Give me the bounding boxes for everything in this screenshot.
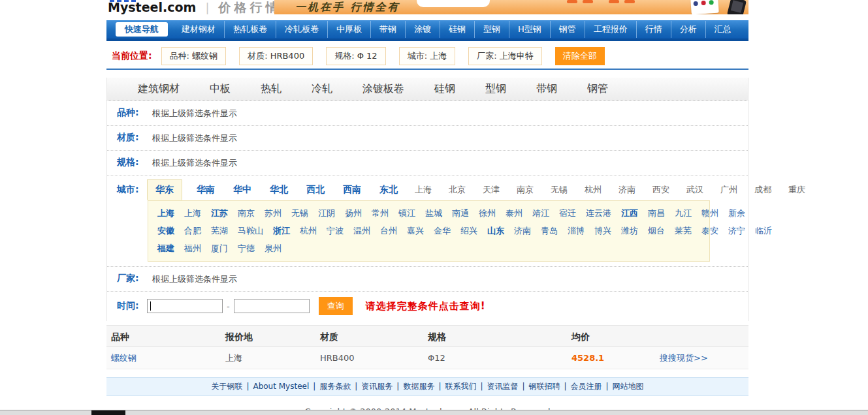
category-tab[interactable]: 涂镀板卷 [362,82,404,96]
nav-item[interactable]: 行情 [637,21,671,38]
city-link[interactable]: 泰安 [701,226,718,236]
city-link[interactable]: 福州 [184,243,201,253]
city-link[interactable]: 马鞍山 [238,226,263,236]
city-link[interactable]: 重庆 [788,184,805,196]
city-link[interactable]: 宁波 [327,226,344,236]
nav-item[interactable]: 硅钢 [440,21,475,38]
city-link[interactable]: 宁德 [238,243,255,253]
region-tab[interactable]: 西北 [305,180,326,200]
promo-banner[interactable]: 一机在手 行情全有 [274,0,748,14]
city-link[interactable]: 江阴 [318,208,335,218]
city-link[interactable]: 绍兴 [460,226,477,236]
footer-link[interactable]: 联系我们 [445,382,476,391]
province-link[interactable]: 福建 [157,243,174,253]
city-link[interactable]: 徐州 [479,208,496,218]
city-link[interactable]: 南通 [452,208,469,218]
province-link[interactable]: 山东 [487,226,504,236]
city-link[interactable]: 芜湖 [211,226,228,236]
category-tab[interactable]: 钢管 [587,82,608,96]
nav-item[interactable]: 带钢 [371,21,406,38]
city-link[interactable]: 常州 [372,208,389,218]
city-link[interactable]: 广州 [720,184,737,196]
city-link[interactable]: 淄博 [568,226,585,236]
category-tab[interactable]: 型钢 [485,82,506,96]
region-tab[interactable]: 华中 [232,180,253,200]
province-link[interactable]: 江西 [621,208,638,218]
nav-item[interactable]: 汇总 [706,21,740,38]
city-link[interactable]: 成都 [754,184,771,196]
city-link[interactable]: 无锡 [291,208,308,218]
city-link[interactable]: 无锡 [551,184,568,196]
footer-link[interactable]: 服务条款 [319,382,351,391]
city-link[interactable]: 盐城 [425,208,442,218]
city-link[interactable]: 青岛 [541,226,558,236]
city-link[interactable]: 临沂 [755,226,772,236]
region-tab[interactable]: 华南 [195,180,216,200]
city-link[interactable]: 烟台 [648,226,665,236]
city-link[interactable]: 南京 [238,208,255,218]
footer-link[interactable]: 关于钢联 [211,382,242,391]
city-link[interactable]: 泉州 [265,243,281,253]
nav-item[interactable]: H型钢 [509,21,551,38]
region-tab[interactable]: 东北 [378,180,399,200]
city-link[interactable]: 天津 [483,184,500,196]
category-tab[interactable]: 中板 [210,82,231,96]
city-link[interactable]: 扬州 [345,208,362,218]
city-link[interactable]: 潍坊 [621,226,638,236]
category-tab[interactable]: 带钢 [536,82,557,96]
footer-link[interactable]: 资讯监督 [487,382,518,391]
city-link[interactable]: 北京 [449,184,466,196]
nav-item[interactable]: 分析 [671,21,706,38]
city-link[interactable]: 新余 [728,208,745,218]
city-link[interactable]: 济宁 [728,226,745,236]
nav-item[interactable]: 型钢 [475,21,509,38]
city-link[interactable]: 台州 [380,226,397,236]
region-tab[interactable]: 华东 [147,179,182,200]
city-link[interactable]: 厦门 [211,243,228,253]
filter-chip[interactable]: 城市: 上海 [399,47,456,65]
city-link[interactable]: 济南 [619,184,635,196]
filter-chip[interactable]: 规格: Φ 12 [326,47,385,65]
filter-chip[interactable]: 品种: 螺纹钢 [161,47,227,65]
footer-link[interactable]: 钢联招聘 [529,382,560,391]
city-link[interactable]: 上海 [184,208,201,218]
footer-link[interactable]: About Mysteel [253,382,309,391]
province-link[interactable]: 上海 [157,208,174,218]
city-link[interactable]: 九江 [675,208,692,218]
nav-item[interactable]: 热轧板卷 [225,21,276,38]
start-date-input[interactable] [147,299,223,313]
query-button[interactable]: 查询 [319,297,353,315]
region-tab[interactable]: 华北 [268,180,289,200]
city-link[interactable]: 武汉 [686,184,703,196]
nav-item[interactable]: 建材钢材 [173,21,225,38]
city-link[interactable]: 嘉兴 [407,226,424,236]
category-tab[interactable]: 冷轧 [312,82,332,96]
category-tab[interactable]: 热轧 [261,82,281,96]
region-tab[interactable]: 西南 [342,180,362,200]
city-link[interactable]: 温州 [353,226,370,236]
city-link[interactable]: 镇江 [398,208,415,218]
city-link[interactable]: 南京 [517,184,534,196]
nav-item[interactable]: 钢管 [551,21,585,38]
filter-chip[interactable]: 材质: HRB400 [239,47,313,65]
city-link[interactable]: 莱芜 [675,226,692,236]
city-link[interactable]: 宿迁 [559,208,576,218]
site-logo[interactable]: Mysteel.com | 价格行情 [108,0,281,14]
city-link[interactable]: 杭州 [300,226,317,236]
city-link[interactable]: 靖江 [532,208,549,218]
city-link[interactable]: 金华 [434,226,451,236]
clear-all-button[interactable]: 清除全部 [555,47,605,65]
spot-search-link[interactable]: 搜搜现货>> [660,353,708,363]
footer-link[interactable]: 会员注册 [571,382,602,391]
footer-link[interactable]: 资讯服务 [361,382,393,391]
horizontal-scrollbar[interactable] [0,410,868,415]
city-link[interactable]: 泰州 [506,208,522,218]
nav-item[interactable]: 工程报价 [585,21,637,38]
end-date-input[interactable] [234,299,310,313]
category-tab[interactable]: 硅钢 [434,82,455,96]
city-link[interactable]: 赣州 [701,208,718,218]
category-tab[interactable]: 建筑钢材 [138,82,180,96]
scrollbar-thumb[interactable] [91,410,125,415]
province-link[interactable]: 安徽 [157,226,174,236]
nav-item[interactable]: 涂镀 [406,21,440,38]
